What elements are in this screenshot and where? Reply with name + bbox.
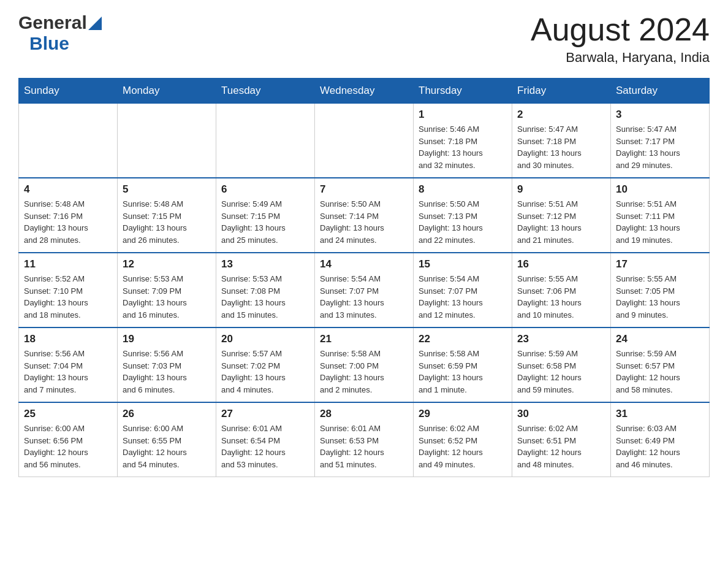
calendar-cell — [118, 104, 216, 178]
day-sun-info: Sunrise: 5:56 AM Sunset: 7:04 PM Dayligh… — [24, 348, 112, 396]
calendar-cell — [315, 104, 414, 178]
calendar-cell: 8Sunrise: 5:50 AM Sunset: 7:13 PM Daylig… — [414, 178, 512, 253]
calendar-cell: 23Sunrise: 5:59 AM Sunset: 6:58 PM Dayli… — [512, 327, 611, 402]
calendar-cell: 16Sunrise: 5:55 AM Sunset: 7:06 PM Dayli… — [512, 253, 611, 327]
weekday-sunday: Sunday — [19, 79, 118, 104]
calendar-cell: 4Sunrise: 5:48 AM Sunset: 7:16 PM Daylig… — [19, 178, 118, 253]
calendar-cell: 27Sunrise: 6:01 AM Sunset: 6:54 PM Dayli… — [216, 402, 315, 477]
day-sun-info: Sunrise: 6:00 AM Sunset: 6:55 PM Dayligh… — [123, 423, 211, 470]
day-number: 5 — [123, 183, 211, 196]
day-number: 11 — [24, 258, 112, 270]
day-number: 6 — [221, 183, 309, 196]
calendar-cell: 13Sunrise: 5:53 AM Sunset: 7:08 PM Dayli… — [216, 253, 315, 327]
day-number: 29 — [419, 408, 507, 420]
calendar-cell: 14Sunrise: 5:54 AM Sunset: 7:07 PM Dayli… — [315, 253, 414, 327]
weekday-saturday: Saturday — [611, 79, 710, 104]
calendar-cell: 20Sunrise: 5:57 AM Sunset: 7:02 PM Dayli… — [216, 327, 315, 402]
calendar-cell: 6Sunrise: 5:49 AM Sunset: 7:15 PM Daylig… — [216, 178, 315, 253]
week-row-2: 4Sunrise: 5:48 AM Sunset: 7:16 PM Daylig… — [19, 178, 710, 253]
week-row-4: 18Sunrise: 5:56 AM Sunset: 7:04 PM Dayli… — [19, 327, 710, 402]
day-number: 12 — [123, 258, 211, 270]
day-sun-info: Sunrise: 5:56 AM Sunset: 7:03 PM Dayligh… — [123, 348, 211, 396]
calendar-cell: 28Sunrise: 6:01 AM Sunset: 6:53 PM Dayli… — [315, 402, 414, 477]
day-number: 18 — [24, 333, 112, 345]
calendar-cell: 1Sunrise: 5:46 AM Sunset: 7:18 PM Daylig… — [414, 104, 512, 178]
day-sun-info: Sunrise: 5:47 AM Sunset: 7:18 PM Dayligh… — [517, 123, 605, 171]
day-sun-info: Sunrise: 5:53 AM Sunset: 7:08 PM Dayligh… — [221, 273, 309, 321]
day-number: 21 — [320, 333, 408, 345]
day-number: 8 — [419, 183, 507, 196]
day-number: 31 — [616, 408, 704, 420]
day-number: 28 — [320, 408, 408, 420]
weekday-friday: Friday — [512, 79, 611, 104]
calendar-cell: 18Sunrise: 5:56 AM Sunset: 7:04 PM Dayli… — [19, 327, 118, 402]
day-number: 15 — [419, 258, 507, 270]
calendar-cell: 19Sunrise: 5:56 AM Sunset: 7:03 PM Dayli… — [118, 327, 216, 402]
weekday-tuesday: Tuesday — [216, 79, 315, 104]
day-sun-info: Sunrise: 5:57 AM Sunset: 7:02 PM Dayligh… — [221, 348, 309, 396]
day-sun-info: Sunrise: 5:53 AM Sunset: 7:09 PM Dayligh… — [123, 273, 211, 321]
day-sun-info: Sunrise: 5:46 AM Sunset: 7:18 PM Dayligh… — [419, 123, 507, 171]
calendar-table: SundayMondayTuesdayWednesdayThursdayFrid… — [18, 78, 710, 477]
day-number: 20 — [221, 333, 309, 345]
day-number: 17 — [616, 258, 704, 270]
month-title: August 2024 — [531, 12, 710, 47]
calendar-cell: 21Sunrise: 5:58 AM Sunset: 7:00 PM Dayli… — [315, 327, 414, 402]
day-number: 19 — [123, 333, 211, 345]
logo-blue-text: Blue — [29, 33, 69, 53]
calendar-cell: 5Sunrise: 5:48 AM Sunset: 7:15 PM Daylig… — [118, 178, 216, 253]
day-number: 4 — [24, 183, 112, 196]
calendar-cell: 17Sunrise: 5:55 AM Sunset: 7:05 PM Dayli… — [611, 253, 710, 327]
day-sun-info: Sunrise: 6:02 AM Sunset: 6:51 PM Dayligh… — [517, 423, 605, 470]
day-number: 13 — [221, 258, 309, 270]
calendar-cell — [216, 104, 315, 178]
week-row-5: 25Sunrise: 6:00 AM Sunset: 6:56 PM Dayli… — [19, 402, 710, 477]
day-number: 30 — [517, 408, 605, 420]
calendar-cell: 12Sunrise: 5:53 AM Sunset: 7:09 PM Dayli… — [118, 253, 216, 327]
calendar-cell: 3Sunrise: 5:47 AM Sunset: 7:17 PM Daylig… — [611, 104, 710, 178]
calendar-cell: 22Sunrise: 5:58 AM Sunset: 6:59 PM Dayli… — [414, 327, 512, 402]
day-number: 27 — [221, 408, 309, 420]
day-sun-info: Sunrise: 5:48 AM Sunset: 7:16 PM Dayligh… — [24, 198, 112, 246]
day-sun-info: Sunrise: 5:51 AM Sunset: 7:12 PM Dayligh… — [517, 198, 605, 246]
calendar-cell: 2Sunrise: 5:47 AM Sunset: 7:18 PM Daylig… — [512, 104, 611, 178]
calendar-cell: 10Sunrise: 5:51 AM Sunset: 7:11 PM Dayli… — [611, 178, 710, 253]
day-number: 22 — [419, 333, 507, 345]
day-sun-info: Sunrise: 5:58 AM Sunset: 7:00 PM Dayligh… — [320, 348, 408, 396]
calendar-cell: 24Sunrise: 5:59 AM Sunset: 6:57 PM Dayli… — [611, 327, 710, 402]
day-sun-info: Sunrise: 5:54 AM Sunset: 7:07 PM Dayligh… — [320, 273, 408, 321]
day-sun-info: Sunrise: 6:01 AM Sunset: 6:54 PM Dayligh… — [221, 423, 309, 470]
calendar-cell: 15Sunrise: 5:54 AM Sunset: 7:07 PM Dayli… — [414, 253, 512, 327]
day-sun-info: Sunrise: 5:50 AM Sunset: 7:13 PM Dayligh… — [419, 198, 507, 246]
calendar-cell: 11Sunrise: 5:52 AM Sunset: 7:10 PM Dayli… — [19, 253, 118, 327]
logo-general-text: General — [18, 12, 87, 33]
day-sun-info: Sunrise: 6:03 AM Sunset: 6:49 PM Dayligh… — [616, 423, 704, 470]
day-sun-info: Sunrise: 5:47 AM Sunset: 7:17 PM Dayligh… — [616, 123, 704, 171]
page-header: General Blue August 2024 Barwala, Haryan… — [18, 12, 710, 66]
day-number: 3 — [616, 109, 704, 121]
weekday-thursday: Thursday — [414, 79, 512, 104]
day-sun-info: Sunrise: 5:58 AM Sunset: 6:59 PM Dayligh… — [419, 348, 507, 396]
logo: General Blue — [18, 12, 102, 54]
day-number: 26 — [123, 408, 211, 420]
calendar-cell: 29Sunrise: 6:02 AM Sunset: 6:52 PM Dayli… — [414, 402, 512, 477]
day-number: 25 — [24, 408, 112, 420]
calendar-cell: 30Sunrise: 6:02 AM Sunset: 6:51 PM Dayli… — [512, 402, 611, 477]
day-number: 1 — [419, 109, 507, 121]
day-sun-info: Sunrise: 5:55 AM Sunset: 7:06 PM Dayligh… — [517, 273, 605, 321]
day-sun-info: Sunrise: 6:01 AM Sunset: 6:53 PM Dayligh… — [320, 423, 408, 470]
weekday-monday: Monday — [118, 79, 216, 104]
week-row-3: 11Sunrise: 5:52 AM Sunset: 7:10 PM Dayli… — [19, 253, 710, 327]
title-block: August 2024 Barwala, Haryana, India — [531, 12, 710, 66]
calendar-cell: 31Sunrise: 6:03 AM Sunset: 6:49 PM Dayli… — [611, 402, 710, 477]
day-number: 24 — [616, 333, 704, 345]
day-number: 10 — [616, 183, 704, 196]
day-sun-info: Sunrise: 5:59 AM Sunset: 6:58 PM Dayligh… — [517, 348, 605, 396]
day-sun-info: Sunrise: 5:59 AM Sunset: 6:57 PM Dayligh… — [616, 348, 704, 396]
day-sun-info: Sunrise: 5:51 AM Sunset: 7:11 PM Dayligh… — [616, 198, 704, 246]
day-sun-info: Sunrise: 5:49 AM Sunset: 7:15 PM Dayligh… — [221, 198, 309, 246]
day-sun-info: Sunrise: 5:48 AM Sunset: 7:15 PM Dayligh… — [123, 198, 211, 246]
calendar-cell — [19, 104, 118, 178]
calendar-cell: 25Sunrise: 6:00 AM Sunset: 6:56 PM Dayli… — [19, 402, 118, 477]
day-sun-info: Sunrise: 5:55 AM Sunset: 7:05 PM Dayligh… — [616, 273, 704, 321]
